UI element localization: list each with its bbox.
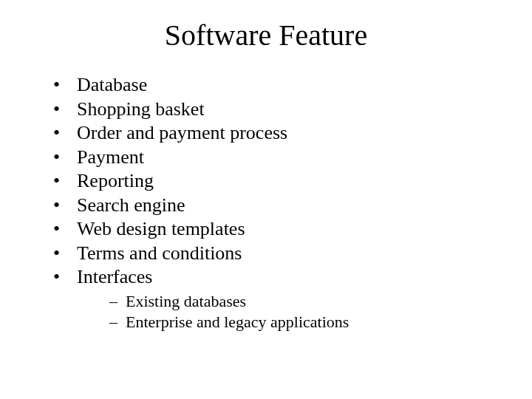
list-item: Terms and conditions <box>53 242 502 266</box>
list-item: Reporting <box>53 169 502 194</box>
list-item: Shopping basket <box>53 98 502 122</box>
list-item: Database <box>53 73 502 98</box>
list-item: Payment <box>53 146 502 170</box>
list-item: Order and payment process <box>53 121 502 146</box>
bullet-list: Database Shopping basket Order and payme… <box>30 73 502 333</box>
sub-bullet-list: Existing databases Enterprise and legacy… <box>77 291 502 333</box>
list-item: Enterprise and legacy applications <box>109 312 502 333</box>
list-item: Interfaces Existing databases Enterprise… <box>53 265 502 333</box>
slide-title: Software Feature <box>30 18 502 52</box>
list-item: Web design templates <box>53 217 502 242</box>
list-item: Existing databases <box>109 291 502 313</box>
list-item-label: Interfaces <box>77 266 152 287</box>
list-item: Search engine <box>53 194 502 218</box>
slide: Software Feature Database Shopping baske… <box>0 0 532 399</box>
